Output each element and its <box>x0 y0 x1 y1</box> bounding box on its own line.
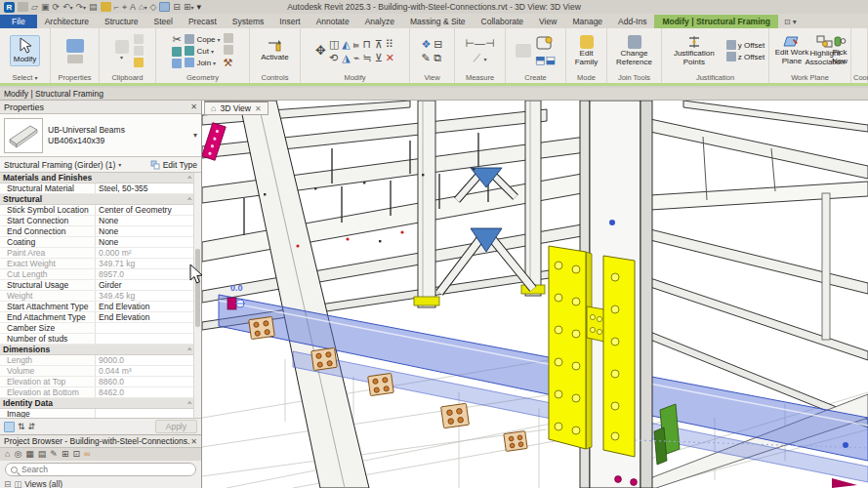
wall-join-icon[interactable] <box>224 45 233 55</box>
schedules-icon[interactable]: ▤ <box>38 449 47 460</box>
tab-file[interactable]: File <box>0 15 37 28</box>
sort-ascending-icon[interactable]: ⇅ <box>18 421 25 432</box>
scrollbar-thumb[interactable] <box>195 249 200 327</box>
array-icon[interactable]: ⠿ <box>386 38 394 50</box>
thin-lines-icon[interactable] <box>159 2 170 12</box>
links-icon[interactable]: ∞ <box>84 449 90 460</box>
property-row[interactable]: Structural UsageGirder <box>0 280 201 291</box>
groups-icon[interactable]: ⊡ <box>72 449 80 460</box>
close-project-browser-icon[interactable]: ✕ <box>190 437 197 446</box>
copy-to-clipboard-icon[interactable] <box>134 46 144 56</box>
close-properties-icon[interactable]: ✕ <box>190 102 197 111</box>
justification-points-button[interactable]: Justification Points <box>666 34 723 68</box>
type-selector[interactable]: UB-Universal Beams UB406x140x39 ▾ <box>0 114 201 157</box>
z-offset-button[interactable]: z Offset <box>726 52 765 61</box>
hide-elements-icon[interactable]: ❖ <box>421 38 431 50</box>
property-row[interactable]: End Attachment TypeEnd Elevation <box>0 312 201 323</box>
linework-icon[interactable]: ⊟ <box>434 38 442 50</box>
tag-icon[interactable]: ⌖ <box>122 2 127 12</box>
tab-manage[interactable]: Manage <box>564 15 610 28</box>
property-row[interactable]: Stick Symbol LocationCenter of Geometry <box>0 205 201 216</box>
beam-join-icon[interactable] <box>224 33 233 43</box>
tab-annotate[interactable]: Annotate <box>309 15 357 28</box>
tab-view[interactable]: View <box>531 15 564 28</box>
tab-steel[interactable]: Steel <box>146 15 181 28</box>
tab-insert[interactable]: Insert <box>271 15 308 28</box>
connection-plate-yellow-small[interactable] <box>587 306 604 342</box>
align-icon[interactable]: ⫢ <box>353 38 360 50</box>
section-icon[interactable]: ◇ <box>149 2 156 12</box>
switch-windows-icon[interactable]: ⊞▾ <box>184 2 194 13</box>
cut-to-clipboard-icon[interactable] <box>134 34 144 44</box>
group-structural[interactable]: Structural^ <box>0 194 201 205</box>
override-graphics-icon[interactable]: ✎ <box>421 52 431 63</box>
home-icon[interactable]: ⌂ <box>5 449 10 460</box>
browser-search-icon[interactable]: ◎ <box>14 449 21 460</box>
dimension-icon[interactable]: ⟋ ▾ <box>474 52 487 65</box>
property-row[interactable]: Structural MaterialSteel, 50-355 <box>0 183 201 194</box>
tab-collaborate[interactable]: Collaborate <box>474 15 531 28</box>
ui-toggle-icon[interactable] <box>18 2 28 12</box>
close-view-icon[interactable]: ✕ <box>255 104 262 113</box>
tab-analyze[interactable]: Analyze <box>357 15 402 28</box>
measure-icon[interactable] <box>101 2 111 12</box>
property-row[interactable]: Number of studs <box>0 334 201 345</box>
modify-tab-options-icon[interactable]: ⊡ ▾ <box>778 16 803 28</box>
measure-between-icon[interactable]: ⊢—⊣ <box>465 37 494 49</box>
demolish-icon[interactable] <box>172 59 182 68</box>
connection-plate-yellow-right[interactable] <box>603 256 635 457</box>
tab-add-ins[interactable]: Add-Ins <box>610 15 654 28</box>
match-type-icon[interactable] <box>134 58 144 67</box>
hammer-icon[interactable]: ⚒ <box>224 57 233 68</box>
model-canvas[interactable]: 0.0 <box>202 101 868 488</box>
sheets-icon[interactable]: ✎ <box>50 449 58 460</box>
cut-button[interactable]: Cut▾ <box>185 46 213 56</box>
properties-palette-icon[interactable] <box>66 39 84 53</box>
properties-filter-icon[interactable] <box>4 422 15 432</box>
create-group-icon[interactable] <box>535 36 555 52</box>
family-types-icon[interactable] <box>67 55 83 63</box>
filter-dropdown-icon[interactable]: ▾ <box>118 161 121 168</box>
tab-modify-structural-framing[interactable]: Modify | Structural Framing <box>654 15 778 28</box>
activate-controls-button[interactable]: Activate <box>258 38 291 63</box>
type-selector-dropdown-icon[interactable]: ▾ <box>193 131 197 140</box>
apply-button[interactable]: Apply <box>155 420 197 433</box>
highlight-association-button[interactable]: Highlight Association <box>794 34 856 68</box>
pin-icon[interactable]: ⊼ <box>375 38 383 50</box>
edit-type-button[interactable]: Edit Type <box>150 160 197 170</box>
text-icon[interactable]: A <box>130 2 136 12</box>
tree-item-views[interactable]: Views (all) <box>24 479 62 488</box>
close-hidden-windows-icon[interactable]: ⊟ <box>173 2 181 12</box>
tab-structure[interactable]: Structure <box>97 15 146 28</box>
mirror-axis-icon[interactable]: ◭ <box>342 38 350 50</box>
group-dimensions[interactable]: Dimensions^ <box>0 345 201 355</box>
home-view-icon[interactable]: ⌂ <box>211 103 216 113</box>
undo-icon[interactable]: ↶▾ <box>62 2 73 13</box>
print-icon[interactable]: ▤ <box>89 2 98 12</box>
aligned-dimension-icon[interactable]: ⌐ <box>114 2 119 12</box>
tab-architecture[interactable]: Architecture <box>37 15 97 28</box>
split-icon[interactable]: ⌁ <box>353 52 360 63</box>
rotate-icon[interactable]: ⟲ <box>329 52 339 63</box>
group-materials-finishes[interactable]: Materials and Finishes^ <box>0 173 201 183</box>
property-row[interactable]: End ConnectionNone <box>0 226 201 237</box>
property-row[interactable]: CoatingNone <box>0 237 201 248</box>
search-box[interactable] <box>5 463 196 476</box>
duplicate-icon[interactable] <box>516 44 531 58</box>
join-button[interactable]: Join▾ <box>185 58 216 67</box>
property-row[interactable]: Image <box>0 409 201 418</box>
property-row[interactable]: Start ConnectionNone <box>0 216 201 226</box>
mirror-pick-icon[interactable]: ◮ <box>342 52 350 63</box>
qat-customize-icon[interactable]: ▾ <box>196 2 201 12</box>
tab-systems[interactable]: Systems <box>225 15 272 28</box>
tab-precast[interactable]: Precast <box>181 15 225 28</box>
families-icon[interactable]: ⊞ <box>62 449 69 460</box>
change-reference-button[interactable]: Change Reference <box>608 34 661 68</box>
trim-icon[interactable]: ⊓ <box>362 38 371 50</box>
sync-icon[interactable]: ⟳ <box>52 2 60 12</box>
tree-expand-icon[interactable]: ⊟ <box>4 479 11 488</box>
views-list-icon[interactable]: ▦ <box>25 449 34 460</box>
paste-button[interactable]: ▾ <box>112 39 132 62</box>
viewport-3d[interactable]: ⌂ 3D View ✕ <box>202 101 868 488</box>
tab-massing-site[interactable]: Massing & Site <box>402 15 474 28</box>
